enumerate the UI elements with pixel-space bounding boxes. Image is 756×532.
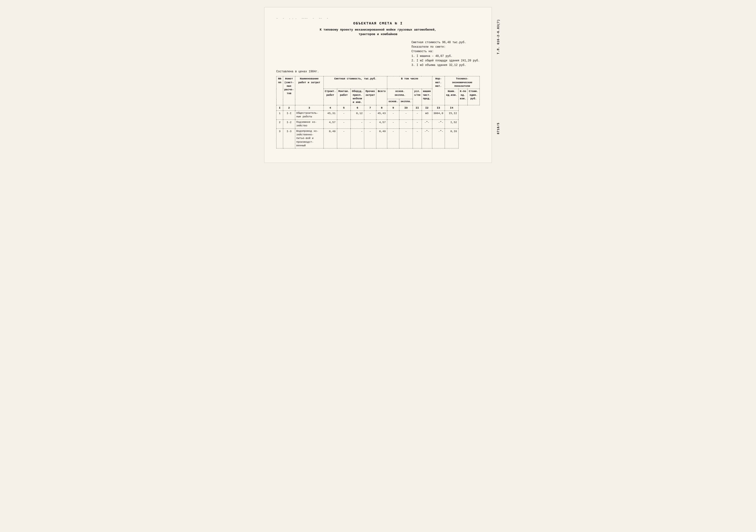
cell-vsego: 4,57 bbox=[376, 120, 387, 128]
th-zpa: усл.з/пя bbox=[413, 89, 422, 105]
cell-name: Подземное хо-зяйство bbox=[295, 120, 323, 128]
col-label-13: I3 bbox=[432, 105, 445, 111]
cell-ed-izm: -"- bbox=[422, 120, 432, 128]
cell-kol: 3004,0 bbox=[432, 111, 445, 120]
cell-vsego: 45,43 bbox=[376, 111, 387, 120]
table-row: 3 I-3 Водопровод хо-зяйственно-питье-вой… bbox=[277, 128, 480, 148]
th-num: №№пп bbox=[277, 76, 283, 105]
cell-ekspla: - bbox=[399, 128, 413, 148]
col-label-4: 4 bbox=[323, 105, 337, 111]
table-wrapper: №№пп Номот(смет-ныхрасче-тов Наименовани… bbox=[276, 76, 480, 148]
info-line1: Сметная стоимость 96,48 тыс.руб. bbox=[412, 40, 480, 45]
cell-kol: -"- bbox=[432, 120, 445, 128]
th-proch: Прочихзатрат bbox=[364, 89, 376, 105]
info-line6: 3. I м3 объема здания 32,12 руб. bbox=[412, 63, 480, 67]
info-line4: 1. I машина – 40,07 руб. bbox=[412, 54, 480, 59]
th-vsego: Всего bbox=[376, 89, 387, 105]
th-tekhno-group: Технико-экономические показатели bbox=[445, 76, 480, 89]
subtitle: К типовому проекту механизированной мойк… bbox=[276, 28, 480, 32]
th-norm-mat: Нор-мат.мат. bbox=[432, 76, 445, 105]
cell-num: 1 bbox=[277, 111, 283, 120]
info-block: Сметная стоимость 96,48 тыс.руб. Показат… bbox=[276, 40, 480, 67]
th-name: Наименованиеработ и затрат bbox=[295, 76, 323, 105]
cell-stroit: 45,31 bbox=[323, 111, 337, 120]
cell-stoimost: I5,I2 bbox=[445, 111, 459, 120]
title-section: ОБЪЕКТНАЯ СМЕТА № I К типовому проекту м… bbox=[276, 22, 480, 36]
table-row: 2 I-2 Подземное хо-зяйство 4,57 - - - 4,… bbox=[277, 120, 480, 128]
cell-osnov: - bbox=[387, 120, 399, 128]
col-label-8: 8 bbox=[376, 105, 387, 111]
info-line3: Стоимость на: bbox=[412, 49, 480, 54]
cell-nom: I-I bbox=[283, 111, 295, 120]
col-label-2: 2 bbox=[283, 105, 295, 111]
side-label-top: Т.П. 616-2-6.83(7) bbox=[497, 19, 500, 54]
header-dots: --. . .-------- bbox=[276, 17, 480, 20]
col-label-12: I2 bbox=[422, 105, 432, 111]
col-label-10: IO bbox=[399, 105, 413, 111]
cell-proch: - bbox=[364, 120, 376, 128]
cell-kol: -"- bbox=[432, 128, 445, 148]
cell-ed-izm: -"- bbox=[422, 128, 432, 148]
table-body: 1 I-I Общестроитель-ные работы 45,31 - 0… bbox=[277, 111, 480, 148]
cell-nom: I-3 bbox=[283, 128, 295, 148]
cell-norm-mat: - bbox=[413, 111, 422, 120]
header-row-1: №№пп Номот(смет-ныхрасче-тов Наименовани… bbox=[277, 76, 480, 89]
cell-name: Водопровод хо-зяйственно-питье-вой и про… bbox=[295, 128, 323, 148]
side-label-bottom: 8718/5 bbox=[497, 122, 500, 134]
cell-montazh: - bbox=[337, 128, 350, 148]
cell-ekspla: - bbox=[399, 120, 413, 128]
th-oborud: Оборуд.присп.мебелии инв. bbox=[351, 89, 364, 105]
cell-norm-mat: - bbox=[413, 128, 422, 148]
th-vtom-group: В том числе bbox=[387, 76, 432, 89]
cell-stoimost: I,52 bbox=[445, 120, 459, 128]
info-line2: Показатели по смете: bbox=[412, 45, 480, 49]
table-row: 1 I-I Общестроитель-ные работы 45,31 - 0… bbox=[277, 111, 480, 120]
col-label-3: 3 bbox=[295, 105, 323, 111]
cell-osnov: - bbox=[387, 111, 399, 120]
col-label-11: II bbox=[413, 105, 422, 111]
cell-stroit: 0,49 bbox=[323, 128, 337, 148]
col-label-14: I4 bbox=[445, 105, 459, 111]
col-label-9: 9 bbox=[387, 105, 399, 111]
col-label-7: 7 bbox=[364, 105, 376, 111]
cell-stroit: 4,57 bbox=[323, 120, 337, 128]
th-kol: К-поед.изм. bbox=[458, 89, 468, 105]
main-table: №№пп Номот(смет-ныхрасче-тов Наименовани… bbox=[276, 76, 480, 148]
cell-osnov: - bbox=[387, 128, 399, 148]
th-mashin: машинчист.прод. bbox=[422, 89, 432, 105]
cell-num: 3 bbox=[277, 128, 283, 148]
th-ekspla-sub: экспла. bbox=[399, 99, 413, 105]
compiled-label: Составлена в ценах 1984г. bbox=[276, 70, 480, 73]
subtitle2: тракторов и комбайнов bbox=[276, 33, 480, 36]
col-label-6: 6 bbox=[351, 105, 364, 111]
th-stroit: Строит.работ bbox=[323, 89, 337, 105]
th-osnov-sub: основ. bbox=[387, 99, 399, 105]
cell-ekspla: - bbox=[399, 111, 413, 120]
cell-vsego: 0,49 bbox=[376, 128, 387, 148]
cell-proch: - bbox=[364, 111, 376, 120]
cell-oborud: - bbox=[351, 128, 364, 148]
cell-norm-mat: - bbox=[413, 120, 422, 128]
col-label-5: 5 bbox=[337, 105, 350, 111]
header-row-nums: I 2 3 4 5 6 7 8 9 IO II I2 I3 I4 bbox=[277, 105, 480, 111]
page: Т.П. 616-2-6.83(7) 8718/5 --. . .-------… bbox=[264, 7, 492, 163]
th-montazh: Монтаж.работ bbox=[337, 89, 350, 105]
cell-oborud: 0,12 bbox=[351, 111, 364, 120]
cell-montazh: - bbox=[337, 120, 350, 128]
cell-stoimost: 0,I6 bbox=[445, 128, 459, 148]
col-label-1: I bbox=[277, 105, 283, 111]
info-line5: 2. I м2 общей площади здания 241,20 руб. bbox=[412, 59, 480, 63]
th-naim: Наим.ед.изм. bbox=[445, 89, 459, 105]
cell-name: Общестроитель-ные работы bbox=[295, 111, 323, 120]
th-stoimost: Стоим.един.руб. bbox=[468, 89, 479, 105]
th-smeta-group: Сметная стоимость, тыс.руб. bbox=[323, 76, 387, 89]
cell-num: 2 bbox=[277, 120, 283, 128]
info-text: Сметная стоимость 96,48 тыс.руб. Показат… bbox=[412, 40, 480, 67]
th-osnov-group: основ.экспла. bbox=[387, 89, 413, 99]
th-nom: Номот(смет-ныхрасче-тов bbox=[283, 76, 295, 105]
cell-proch: - bbox=[364, 128, 376, 148]
main-title: ОБЪЕКТНАЯ СМЕТА № I bbox=[276, 22, 480, 26]
cell-ed-izm: м3 bbox=[422, 111, 432, 120]
cell-oborud: - bbox=[351, 120, 364, 128]
cell-nom: I-2 bbox=[283, 120, 295, 128]
